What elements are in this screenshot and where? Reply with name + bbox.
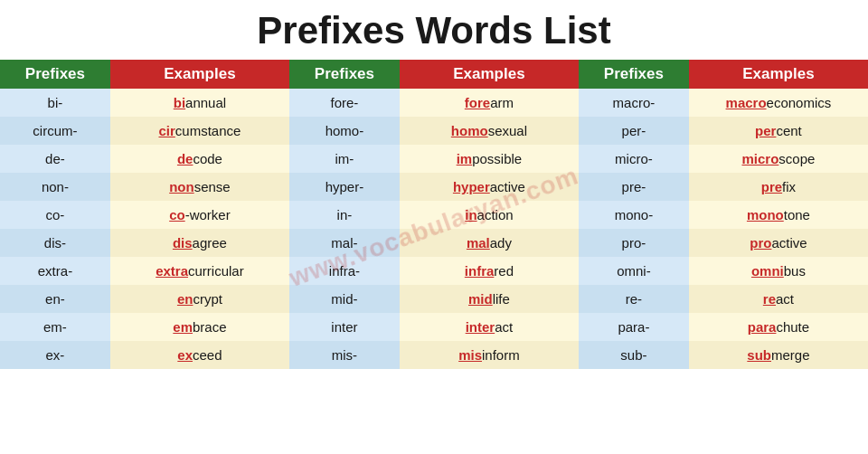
prefix-cell: fore- [289,89,400,117]
prefix-cell: per- [579,117,689,145]
example-cell: circumstance [110,117,289,145]
example-cell: encrypt [110,285,289,313]
example-rest: ady [490,235,512,251]
example-cell: forearm [400,89,579,117]
example-prefix: re [763,291,776,307]
example-cell: co-worker [110,201,289,229]
prefix-cell: de- [0,145,110,173]
example-rest: cumstance [175,123,241,138]
table-row: circum-circumstancehomo-homosexualper-pe… [0,117,868,145]
prefix-cell: mis- [289,341,400,369]
prefix-cell: extra- [0,257,110,285]
table-row: dis-disagreemal-maladypro-proactive [0,229,868,257]
example-prefix: em [173,319,193,335]
prefix-cell: omni- [579,257,689,285]
prefix-cell: macro- [579,89,689,117]
example-prefix: in [465,207,476,222]
example-cell: exceed [110,341,289,369]
header-examples-1: Examples [110,60,289,89]
example-prefix: mono [747,207,784,222]
example-cell: biannual [110,89,289,117]
prefix-cell: re- [579,285,689,313]
example-rest: active [771,235,807,251]
example-cell: macroeconomics [689,89,868,117]
prefix-cell: homo- [289,117,400,145]
example-prefix: co [169,207,185,222]
example-rest: scope [778,151,815,166]
example-prefix: per [755,123,776,138]
table-row: non-nonsensehyper-hyperactivepre-prefix [0,173,868,201]
example-rest: act [495,319,513,335]
example-rest: active [490,179,525,194]
example-cell: interact [400,313,579,341]
prefix-cell: circum- [0,117,110,145]
table-row: de-decodeim-impossiblemicro-microscope [0,145,868,173]
example-rest: annual [185,95,226,110]
example-rest: red [494,263,514,279]
header-prefixes-1: Prefixes [0,60,110,89]
example-prefix: homo [451,123,488,138]
example-rest: act [776,291,794,307]
prefix-cell: mid- [289,285,400,313]
prefix-cell: infra- [289,257,400,285]
prefix-cell: in- [289,201,400,229]
prefix-cell: sub- [579,341,689,369]
prefix-cell: en- [0,285,110,313]
example-prefix: ex [177,347,193,363]
example-prefix: dis [173,235,193,251]
example-prefix: fore [465,95,490,110]
header-prefixes-3: Prefixes [579,60,689,89]
example-prefix: infra [465,263,495,279]
example-rest: inform [482,347,520,363]
prefix-cell: inter [289,313,400,341]
example-prefix: mid [468,291,493,307]
example-cell: homosexual [400,117,579,145]
example-prefix: micro [741,151,778,166]
example-prefix: pro [750,235,771,251]
example-prefix: inter [466,319,495,335]
prefix-cell: dis- [0,229,110,257]
prefix-cell: pro- [579,229,689,257]
example-rest: bus [784,263,806,279]
example-cell: infrared [400,257,579,285]
page-title: Prefixes Words List [0,0,868,60]
example-prefix: para [748,319,777,335]
example-rest: tone [784,207,810,222]
example-rest: -worker [185,207,231,222]
example-rest: brace [193,319,227,335]
example-cell: hyperactive [400,173,579,201]
example-prefix: im [457,151,473,166]
example-cell: malady [400,229,579,257]
example-prefix: de [177,151,193,166]
prefix-cell: mono- [579,201,689,229]
example-cell: microscope [689,145,868,173]
prefix-cell: hyper- [289,173,400,201]
example-cell: parachute [689,313,868,341]
example-cell: misinform [400,341,579,369]
example-cell: percent [689,117,868,145]
prefix-cell: micro- [579,145,689,173]
prefix-cell: co- [0,201,110,229]
example-prefix: pre [761,179,782,194]
example-prefix: cir [158,123,175,138]
example-prefix: mal [467,235,490,251]
table-row: co-co-workerin-inactionmono-monotone [0,201,868,229]
example-prefix: bi [174,95,185,110]
table-row: ex-exceedmis-misinformsub-submerge [0,341,868,369]
header-examples-2: Examples [400,60,579,89]
example-rest: agree [193,235,227,251]
example-prefix: omni [751,263,784,279]
example-rest: fix [782,179,796,194]
example-cell: proactive [689,229,868,257]
example-cell: nonsense [110,173,289,201]
example-rest: code [193,151,222,166]
example-rest: economics [767,95,832,110]
example-rest: crypt [193,291,222,307]
table-row: en-encryptmid-midlifere-react [0,285,868,313]
example-prefix: en [177,291,193,307]
prefix-cell: pre- [579,173,689,201]
example-rest: sexual [488,123,527,138]
prefix-cell: im- [289,145,400,173]
header-examples-3: Examples [689,60,868,89]
example-cell: react [689,285,868,313]
